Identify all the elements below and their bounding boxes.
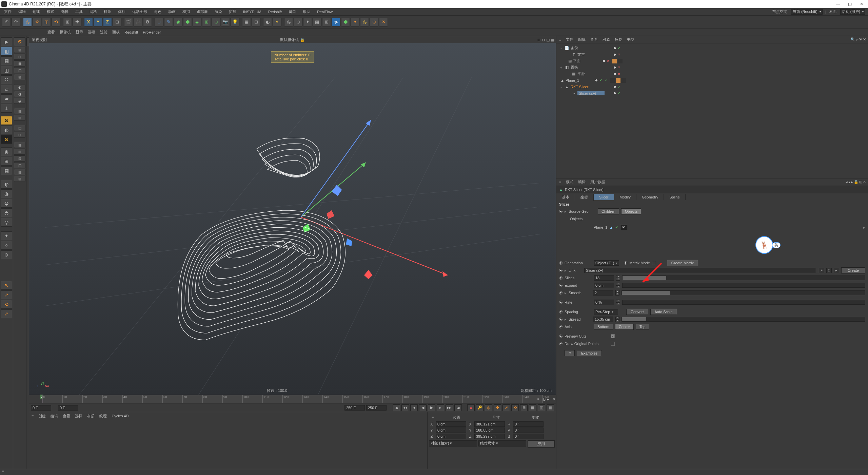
- object-name[interactable]: 平滑: [577, 71, 605, 76]
- source-geo-expand[interactable]: ▸: [565, 209, 567, 214]
- om-menu-bookmarks[interactable]: 书签: [627, 37, 634, 42]
- keyop2-button[interactable]: ✥: [494, 404, 501, 411]
- sel2-button[interactable]: ◑: [1, 189, 12, 198]
- object-name[interactable]: 备份: [571, 45, 598, 51]
- om-menu-tags[interactable]: 标签: [615, 37, 622, 42]
- slices-down-button[interactable]: ▾: [616, 278, 620, 281]
- make-editable-button[interactable]: ▶: [1, 37, 12, 46]
- sel4-button[interactable]: ◓: [1, 208, 12, 217]
- axis-radio[interactable]: [559, 325, 563, 328]
- object-name[interactable]: Slicer (Z+): [577, 91, 605, 95]
- goto-end-button[interactable]: ⏭: [454, 404, 462, 411]
- matrix-mode-radio[interactable]: [624, 261, 627, 265]
- sel3-button[interactable]: ◒: [1, 199, 12, 208]
- am-new-icon[interactable]: ⊞: [859, 180, 862, 184]
- am-nav-up[interactable]: ▴: [848, 180, 850, 184]
- lt2-14[interactable]: ▦: [14, 142, 25, 148]
- vp-nav-icon4[interactable]: ▦: [551, 38, 554, 42]
- lt2-6[interactable]: ⊞: [14, 74, 25, 80]
- object-tag[interactable]: [594, 78, 599, 83]
- object-tag[interactable]: [618, 72, 623, 76]
- z-axis-button[interactable]: Z: [103, 18, 112, 26]
- orientation-radio[interactable]: [559, 261, 563, 265]
- vp-menu-view[interactable]: 查看: [47, 30, 55, 35]
- smooth-input[interactable]: [593, 290, 613, 296]
- misc6-button[interactable]: ⬢: [341, 18, 350, 26]
- object-row[interactable]: T文本: [558, 51, 867, 58]
- lt2-1[interactable]: ⚙: [14, 37, 25, 46]
- source-children-button[interactable]: Children: [598, 208, 619, 214]
- object-name[interactable]: 文本: [577, 52, 605, 57]
- y-axis-button[interactable]: Y: [94, 18, 102, 26]
- slices-input[interactable]: [594, 275, 614, 281]
- examples-button[interactable]: Examples: [577, 350, 602, 356]
- keyop4-button[interactable]: ⟲: [511, 404, 519, 411]
- misc10-button[interactable]: ✕: [379, 18, 388, 26]
- am-menu-edit[interactable]: 编辑: [578, 179, 586, 185]
- rs-light-button[interactable]: ☀: [273, 18, 281, 26]
- am-menu-mode[interactable]: 模式: [566, 179, 573, 185]
- spread-expand[interactable]: ▸: [565, 317, 567, 322]
- object-tag[interactable]: [618, 65, 623, 70]
- texture-mode-button[interactable]: ▦: [1, 56, 12, 65]
- tree-toggle-icon[interactable]: -: [559, 85, 563, 89]
- frame-start-input[interactable]: [31, 405, 51, 411]
- coords-size-dropdown[interactable]: 绝对尺寸 ▾: [478, 440, 527, 446]
- link-radio[interactable]: [559, 269, 563, 272]
- keyop8-button[interactable]: ▦: [547, 404, 554, 411]
- misc7-button[interactable]: ✦: [351, 18, 359, 26]
- minimize-button[interactable]: —: [836, 2, 840, 6]
- node-space-dropdown[interactable]: 当前 (Redshift): [791, 9, 823, 15]
- tab-spline[interactable]: Spline: [664, 194, 686, 200]
- spread-slider[interactable]: [622, 317, 865, 322]
- preview-cuts-radio[interactable]: [559, 335, 563, 338]
- mat-menu-material[interactable]: 材质: [87, 414, 95, 419]
- frame-end2-input[interactable]: [366, 405, 387, 411]
- vp-menu-panel[interactable]: 面板: [112, 30, 120, 35]
- source-geo-radio[interactable]: [559, 210, 563, 213]
- menu-window[interactable]: 窗口: [287, 8, 297, 15]
- expand-up-button[interactable]: ▴: [616, 283, 620, 285]
- snap-button[interactable]: ⊞: [1, 157, 12, 166]
- tab-coord[interactable]: 坐标: [575, 194, 594, 201]
- viewport-camera-label[interactable]: 默认摄像机 🔒: [280, 37, 304, 42]
- play-forward-button[interactable]: ▶: [428, 404, 435, 411]
- draw-orig-radio[interactable]: [559, 342, 563, 345]
- mat-menu-select[interactable]: 选择: [75, 414, 82, 419]
- link-arrow-icon[interactable]: ▸: [834, 268, 839, 273]
- vp-menu-cameras[interactable]: 摄像机: [60, 30, 71, 35]
- generator-button[interactable]: ◉: [174, 18, 182, 26]
- sel6-button[interactable]: ✦: [1, 231, 12, 240]
- lt2-17[interactable]: ◫: [14, 162, 25, 168]
- slices-slider[interactable]: [622, 276, 865, 280]
- tab-modify[interactable]: Modify: [614, 194, 636, 200]
- object-row[interactable]: -▲RKT Slicer: [558, 83, 867, 90]
- spline-pen-button[interactable]: ✎: [164, 18, 173, 26]
- scene-button[interactable]: ⊕: [212, 18, 220, 26]
- coords-apply-button[interactable]: 应用: [528, 440, 555, 448]
- curs2-button[interactable]: ↗: [1, 290, 12, 299]
- smooth-down-button[interactable]: ▾: [615, 293, 619, 296]
- tool-add-button[interactable]: ✚: [73, 18, 81, 26]
- tl-bracket-btn2[interactable]: ⇥: [552, 397, 555, 401]
- misc4-button[interactable]: ▦: [313, 18, 321, 26]
- coords-size-input[interactable]: [474, 434, 505, 439]
- workplane-button[interactable]: ◫: [1, 66, 12, 75]
- move-button[interactable]: ✥: [33, 18, 41, 26]
- lt2-8[interactable]: ◑: [14, 91, 25, 97]
- maximize-button[interactable]: ▢: [848, 2, 852, 6]
- tab-slicer[interactable]: Slicer: [594, 194, 614, 200]
- expand-down-button[interactable]: ▾: [616, 285, 620, 288]
- link-expand[interactable]: ▸: [565, 268, 567, 273]
- mat-menu-texture[interactable]: 纹理: [99, 414, 107, 419]
- misc2-button[interactable]: ⊙: [294, 18, 302, 26]
- menu-select[interactable]: 选择: [60, 8, 70, 15]
- object-tag[interactable]: [621, 78, 626, 83]
- menu-tools[interactable]: 工具: [74, 8, 84, 15]
- am-nav-fwd[interactable]: ▸: [851, 180, 853, 184]
- timeline[interactable]: 0 01020304050607080901001101201301401501…: [29, 395, 556, 403]
- tab-geometry[interactable]: Geometry: [636, 194, 664, 200]
- mat-menu-create[interactable]: 创建: [38, 414, 46, 419]
- tree-toggle-icon[interactable]: +: [559, 65, 563, 70]
- viewport-3d[interactable]: Number of emitters: 0 Total live particl…: [29, 43, 556, 395]
